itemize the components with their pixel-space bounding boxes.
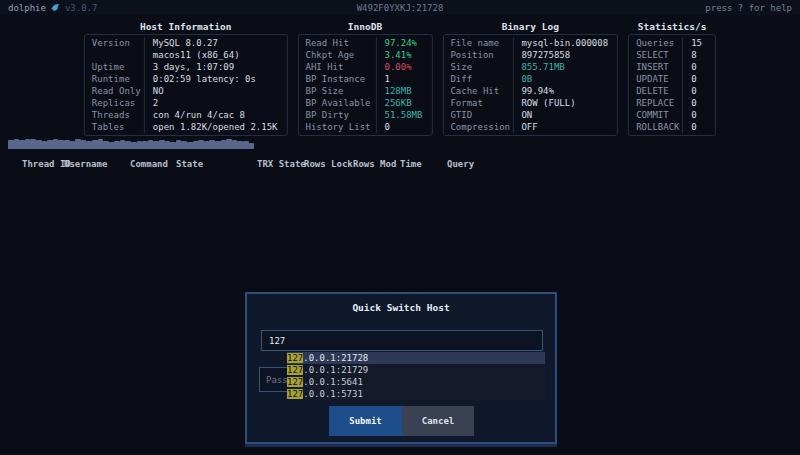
matched-text: 127 bbox=[287, 389, 303, 399]
host-suggestions-dropdown: 127.0.0.1:21728 127.0.0.1:21729 127.0.0.… bbox=[287, 352, 545, 400]
suggestion-item[interactable]: 127.0.0.1:5731 bbox=[287, 388, 545, 400]
innodb-row: BP Available256KB bbox=[298, 97, 431, 109]
binlog-row: Cache Hit99.94% bbox=[443, 85, 617, 97]
host-info-row: macos11 (x86_64) bbox=[85, 49, 287, 61]
column-command: Command bbox=[130, 158, 168, 171]
panel-title: Statistics/s bbox=[628, 20, 716, 34]
matched-text: 127 bbox=[287, 353, 303, 363]
binlog-row: CompressionOFF bbox=[443, 121, 617, 133]
panel-host-information: Host Information VersionMySQL 8.0.27 mac… bbox=[84, 20, 288, 136]
column-rows-lock: Rows Lock bbox=[304, 158, 353, 171]
host-info-row: VersionMySQL 8.0.27 bbox=[85, 37, 287, 49]
stats-row: SELECT8 bbox=[629, 49, 715, 61]
binlog-row: Size855.71MB bbox=[443, 61, 617, 73]
panel-statistics: Statistics/s Queries15 SELECT8 INSERT0 U… bbox=[628, 20, 716, 136]
binlog-row: GTIDON bbox=[443, 109, 617, 121]
help-hint: press ? for help bbox=[705, 3, 792, 13]
suggestion-item[interactable]: 127.0.0.1:21728 bbox=[287, 352, 545, 364]
processlist-header: Thread ID Username Command State TRX Sta… bbox=[0, 158, 800, 171]
stats-row: Queries15 bbox=[629, 37, 715, 49]
host-info-row: Runtime0:02:59 latency: 0s bbox=[85, 73, 287, 85]
modal-title: Quick Switch Host bbox=[247, 302, 555, 313]
qps-sparkline bbox=[8, 137, 254, 149]
panel-title: InnoDB bbox=[297, 20, 432, 34]
submit-button[interactable]: Submit bbox=[329, 406, 402, 436]
stats-row: COMMIT0 bbox=[629, 109, 715, 121]
host-info-row: Threadscon 4/run 4/cac 8 bbox=[85, 109, 287, 121]
column-trx-state: TRX State bbox=[257, 158, 306, 171]
binlog-row: Position897275858 bbox=[443, 49, 617, 61]
matched-text: 127 bbox=[287, 377, 303, 387]
matched-text: 127 bbox=[287, 365, 303, 375]
stats-row: ROLLBACK0 bbox=[629, 121, 715, 133]
binlog-row: File namemysql-bin.000008 bbox=[443, 37, 617, 49]
column-query: Query bbox=[447, 158, 474, 171]
column-state: State bbox=[176, 158, 203, 171]
column-time: Time bbox=[400, 158, 422, 171]
host-info-row: Tablesopen 1.82K/opened 2.15K bbox=[85, 121, 287, 133]
innodb-row: BP Size128MB bbox=[298, 85, 431, 97]
suggestion-item[interactable]: 127.0.0.1:5641 bbox=[287, 376, 545, 388]
suggestion-item[interactable]: 127.0.0.1:21729 bbox=[287, 364, 545, 376]
connected-host: W492F0YXKJ:21728 bbox=[0, 3, 800, 13]
cancel-button[interactable]: Cancel bbox=[402, 406, 474, 436]
innodb-row: AHI Hit0.00% bbox=[298, 61, 431, 73]
innodb-row: History List0 bbox=[298, 121, 431, 133]
stats-row: INSERT0 bbox=[629, 61, 715, 73]
panel-title: Binary Log bbox=[442, 20, 618, 34]
innodb-row: BP Dirty51.58MB bbox=[298, 109, 431, 121]
innodb-row: BP Instance1 bbox=[298, 73, 431, 85]
innodb-row: Chkpt Age3.41% bbox=[298, 49, 431, 61]
column-username: Username bbox=[64, 158, 107, 171]
binlog-row: Diff0B bbox=[443, 73, 617, 85]
column-rows-mod: Rows Mod bbox=[353, 158, 396, 171]
innodb-row: Read Hit97.24% bbox=[298, 37, 431, 49]
binlog-row: FormatROW (FULL) bbox=[443, 97, 617, 109]
host-input[interactable] bbox=[261, 330, 543, 351]
top-bar: W492F0YXKJ:21728 dolphie v3.0.7 press ? … bbox=[0, 0, 800, 15]
stats-row: DELETE0 bbox=[629, 85, 715, 97]
panel-innodb: InnoDB Read Hit97.24% Chkpt Age3.41% AHI… bbox=[297, 20, 432, 136]
stats-row: UPDATE0 bbox=[629, 73, 715, 85]
host-info-row: Uptime3 days, 1:07:09 bbox=[85, 61, 287, 73]
dashboard-panels: Host Information VersionMySQL 8.0.27 mac… bbox=[84, 20, 716, 136]
stats-row: REPLACE0 bbox=[629, 97, 715, 109]
panel-title: Host Information bbox=[84, 20, 288, 34]
quick-switch-host-modal: Quick Switch Host 127.0.0.1:21728 127.0.… bbox=[245, 292, 557, 444]
host-info-row: Replicas2 bbox=[85, 97, 287, 109]
host-info-row: Read OnlyNO bbox=[85, 85, 287, 97]
panel-binary-log: Binary Log File namemysql-bin.000008 Pos… bbox=[442, 20, 618, 136]
